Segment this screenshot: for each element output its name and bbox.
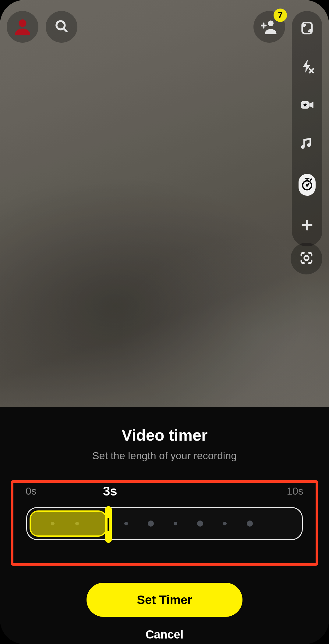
top-left-controls <box>7 11 77 43</box>
flip-camera-button[interactable] <box>299 20 316 37</box>
cancel-button[interactable]: Cancel <box>144 628 186 642</box>
camera-viewfinder: 7 <box>0 0 329 407</box>
profile-button[interactable] <box>7 11 38 43</box>
slider-fill <box>30 510 107 537</box>
profile-icon <box>13 17 32 37</box>
badge-count: 7 <box>278 10 283 20</box>
music-button[interactable] <box>299 135 316 152</box>
svg-point-3 <box>268 20 274 26</box>
timer-active-indicator <box>299 174 316 196</box>
flash-button[interactable] <box>299 59 316 76</box>
top-right-controls: 7 <box>253 11 322 246</box>
app-screen: 7 <box>0 0 329 644</box>
add-friend-button[interactable]: 7 <box>253 11 285 43</box>
video-timer-panel: Video timer Set the length of your recor… <box>0 407 329 644</box>
timer-tool-button[interactable] <box>299 174 316 196</box>
cancel-label: Cancel <box>146 628 184 641</box>
svg-point-0 <box>19 20 27 27</box>
scan-icon <box>299 250 314 267</box>
video-effect-icon <box>299 97 315 114</box>
scan-button[interactable] <box>291 243 322 274</box>
camera-tool-column <box>292 11 322 246</box>
flash-off-icon <box>300 59 314 75</box>
search-button[interactable] <box>46 11 77 43</box>
slider-labels: 0s 3s 10s <box>22 485 307 499</box>
duration-slider[interactable] <box>26 507 303 540</box>
video-effect-button[interactable] <box>299 97 316 114</box>
plus-icon <box>300 218 314 233</box>
more-tools-button[interactable] <box>299 217 316 234</box>
panel-title: Video timer <box>0 426 329 444</box>
svg-point-8 <box>304 256 309 260</box>
flip-camera-icon <box>300 21 314 37</box>
slider-handle[interactable] <box>105 506 112 543</box>
stopwatch-icon <box>300 177 314 192</box>
add-friend-icon <box>261 18 278 36</box>
slider-max-label: 10s <box>287 485 303 497</box>
friend-request-badge: 7 <box>274 9 287 22</box>
music-icon <box>300 136 314 152</box>
svg-point-7 <box>306 184 309 187</box>
set-timer-button[interactable]: Set Timer <box>87 583 242 617</box>
svg-line-2 <box>64 28 67 31</box>
search-icon <box>54 19 69 35</box>
slider-min-label: 0s <box>26 485 37 497</box>
set-timer-label: Set Timer <box>137 593 192 607</box>
panel-subtitle: Set the length of your recording <box>0 450 329 462</box>
slider-current-label: 3s <box>103 484 117 499</box>
